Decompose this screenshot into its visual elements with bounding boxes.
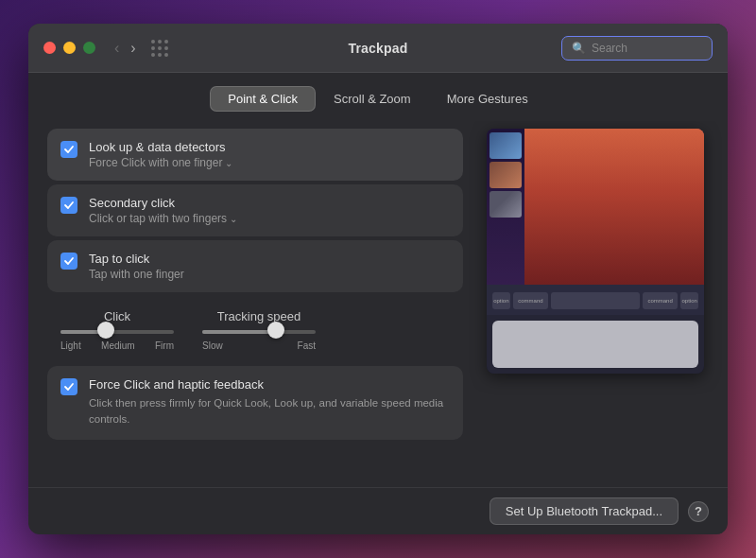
secondary-click-checkbox[interactable] bbox=[60, 197, 77, 214]
tracking-slider-group: Tracking speed Slow Fast bbox=[202, 309, 316, 351]
force-click-row[interactable]: Force Click and haptic feedback Click th… bbox=[47, 366, 463, 440]
main-photo bbox=[524, 129, 704, 285]
tracking-max-label: Fast bbox=[298, 340, 316, 351]
key-command-right: command bbox=[643, 292, 678, 309]
key-space bbox=[551, 292, 640, 309]
sidebar-thumb-1 bbox=[490, 132, 522, 159]
trackpad-window: ‹ › Trackpad 🔍 Point & Click Scroll & Zo… bbox=[28, 24, 728, 534]
right-panel: option command command option bbox=[482, 129, 709, 472]
key-option-right: option bbox=[680, 292, 698, 309]
main-area: Look up & data detectors Force Click wit… bbox=[28, 121, 728, 487]
photo-people bbox=[524, 129, 704, 285]
bottom-bar: Set Up Bluetooth Trackpad... ? bbox=[28, 487, 728, 534]
key-command-left: command bbox=[513, 292, 548, 309]
trackpad-surface bbox=[492, 321, 698, 368]
secondary-click-title: Secondary click bbox=[89, 196, 237, 210]
tracking-slider-track bbox=[202, 330, 316, 334]
click-slider-track bbox=[60, 330, 174, 334]
force-click-description: Click then press firmly for Quick Look, … bbox=[89, 395, 450, 428]
back-button[interactable]: ‹ bbox=[111, 38, 123, 59]
tab-scroll-zoom[interactable]: Scroll & Zoom bbox=[316, 86, 429, 112]
tab-more-gestures[interactable]: More Gestures bbox=[429, 86, 546, 112]
keyboard-row-1: option command command option bbox=[492, 292, 698, 309]
left-panel: Look up & data detectors Force Click wit… bbox=[47, 129, 463, 472]
click-slider-labels: Light Medium Firm bbox=[60, 340, 174, 351]
tabs-bar: Point & Click Scroll & Zoom More Gesture… bbox=[28, 73, 728, 121]
window-title: Trackpad bbox=[348, 41, 407, 56]
click-slider-group: Click Light Medium Firm bbox=[60, 309, 174, 351]
screen-preview bbox=[487, 129, 704, 285]
tap-to-click-row[interactable]: Tap to click Tap with one finger bbox=[47, 240, 463, 292]
tracking-slider-label: Tracking speed bbox=[217, 309, 301, 323]
force-click-text: Force Click and haptic feedback Click th… bbox=[89, 377, 450, 428]
tracking-slider-labels: Slow Fast bbox=[202, 340, 316, 351]
secondary-click-text: Secondary click Click or tap with two fi… bbox=[89, 196, 237, 225]
traffic-lights bbox=[43, 42, 95, 54]
search-input[interactable] bbox=[592, 42, 702, 55]
minimize-button[interactable] bbox=[63, 42, 76, 54]
lookup-title: Look up & data detectors bbox=[89, 140, 232, 154]
tap-to-click-text: Tap to click Tap with one finger bbox=[89, 252, 184, 281]
forward-button[interactable]: › bbox=[127, 38, 139, 59]
click-slider[interactable] bbox=[60, 329, 174, 335]
secondary-chevron: ⌄ bbox=[230, 214, 237, 224]
lookup-subtitle: Force Click with one finger ⌄ bbox=[89, 156, 232, 169]
search-icon: 🔍 bbox=[572, 42, 586, 55]
search-box[interactable]: 🔍 bbox=[561, 36, 713, 61]
key-option-left: option bbox=[492, 292, 510, 309]
device-preview: option command command option bbox=[487, 129, 704, 374]
nav-buttons: ‹ › bbox=[111, 38, 140, 59]
sidebar-thumb-2 bbox=[490, 162, 522, 188]
help-button[interactable]: ? bbox=[688, 501, 709, 522]
sliders-section: Click Light Medium Firm bbox=[47, 296, 463, 358]
content-area: Point & Click Scroll & Zoom More Gesture… bbox=[28, 73, 728, 487]
close-button[interactable] bbox=[43, 42, 56, 54]
tracking-slider[interactable] bbox=[202, 329, 316, 335]
force-click-checkbox[interactable] bbox=[60, 378, 77, 395]
tab-point-click[interactable]: Point & Click bbox=[210, 86, 316, 112]
tracking-slider-fill bbox=[202, 330, 276, 334]
tracking-min-label: Slow bbox=[202, 340, 223, 351]
lookup-checkbox[interactable] bbox=[60, 141, 77, 158]
tap-to-click-title: Tap to click bbox=[89, 252, 184, 266]
titlebar: ‹ › Trackpad 🔍 bbox=[28, 24, 728, 73]
tap-to-click-subtitle: Tap with one finger bbox=[89, 268, 184, 281]
photo-background bbox=[524, 129, 704, 285]
lookup-row[interactable]: Look up & data detectors Force Click wit… bbox=[47, 129, 463, 181]
maximize-button[interactable] bbox=[83, 42, 95, 54]
sidebar-thumb-3 bbox=[490, 191, 522, 218]
screen-sidebar bbox=[487, 129, 524, 285]
click-max-label: Firm bbox=[155, 340, 174, 351]
force-click-title: Force Click and haptic feedback bbox=[89, 377, 450, 392]
keyboard-area: option command command option bbox=[487, 285, 704, 315]
tracking-slider-thumb[interactable] bbox=[267, 322, 284, 339]
apps-grid-icon[interactable] bbox=[151, 40, 168, 57]
secondary-click-row[interactable]: Secondary click Click or tap with two fi… bbox=[47, 184, 463, 236]
bluetooth-setup-button[interactable]: Set Up Bluetooth Trackpad... bbox=[490, 497, 679, 525]
trackpad-area bbox=[487, 315, 704, 374]
click-min-label: Light bbox=[60, 340, 81, 351]
click-slider-thumb[interactable] bbox=[97, 322, 114, 339]
lookup-text: Look up & data detectors Force Click wit… bbox=[89, 140, 232, 169]
lookup-chevron: ⌄ bbox=[225, 158, 232, 168]
tap-to-click-checkbox[interactable] bbox=[60, 253, 77, 270]
click-mid-label: Medium bbox=[101, 340, 135, 351]
secondary-click-subtitle: Click or tap with two fingers ⌄ bbox=[89, 212, 237, 225]
